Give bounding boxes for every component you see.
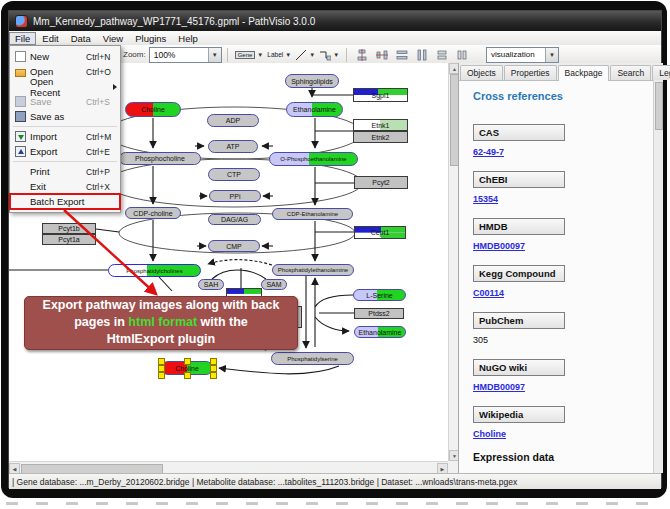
submenu-arrow-icon [113, 84, 117, 90]
xref-link[interactable]: 15354 [473, 194, 654, 204]
file-menu-item-save-as[interactable]: Save as [10, 109, 120, 124]
file-menu-item-batch-export[interactable]: Batch Export [10, 194, 120, 209]
gene-type-dropdown[interactable]: Gene▼ [234, 46, 265, 64]
menu-item-shortcut: Ctrl+X [86, 182, 120, 192]
label-type-dropdown[interactable]: Label▼ [266, 46, 292, 64]
tab-backpage[interactable]: Backpage [558, 65, 610, 81]
node-phosphocholine[interactable]: Phosphocholine [119, 152, 201, 165]
visualization-combo[interactable]: visualization ▼ [486, 47, 559, 63]
node-o-phosphoethanolamine[interactable]: O-Phosphoethanolamine [269, 152, 358, 166]
node-adp[interactable]: ADP [207, 114, 259, 127]
align-center-button[interactable] [353, 46, 371, 64]
menu-edit[interactable]: Edit [36, 32, 64, 45]
selection-handle[interactable] [210, 372, 217, 379]
menu-help[interactable]: Help [172, 32, 204, 45]
xref-link[interactable]: HMDB00097 [473, 241, 654, 251]
chevron-down-icon[interactable]: ▼ [545, 48, 558, 62]
node-ppi[interactable]: PPi [209, 190, 261, 202]
selection-handle[interactable] [184, 358, 191, 365]
align-middle-button[interactable] [373, 46, 391, 64]
node-atp[interactable]: ATP [208, 140, 258, 153]
menu-item-label: Save [30, 96, 86, 107]
node-phosphatidylethanolamine[interactable]: Phosphatidylethanolamine [272, 264, 354, 276]
file-menu-item-open-recent[interactable]: Open Recent [10, 79, 120, 94]
canvas-vertical-scrollbar[interactable]: ▲ ▼ [448, 63, 458, 461]
tab-legend[interactable]: Legend [652, 65, 670, 80]
node-sphingolipids[interactable]: Sphingolipids [285, 74, 339, 88]
app-icon [15, 15, 28, 28]
expression-data-heading: Expression data [473, 451, 654, 463]
menu-item-label: Save as [30, 111, 86, 122]
chevron-down-icon[interactable]: ▼ [208, 48, 221, 62]
canvas-horizontal-scrollbar[interactable]: ◀ ▶ [9, 461, 448, 473]
chevron-down-icon: ▼ [257, 52, 263, 58]
menu-plugins[interactable]: Plugins [129, 32, 172, 45]
distribute-vertical-button[interactable] [413, 46, 431, 64]
align-center-icon [356, 49, 368, 61]
tab-search[interactable]: Search [610, 65, 651, 80]
xref-link[interactable]: HMDB00097 [473, 382, 654, 392]
import-icon [15, 131, 26, 142]
menu-view[interactable]: View [97, 32, 129, 45]
node-cdp-choline[interactable]: CDP-choline [125, 207, 181, 219]
export-icon [15, 146, 26, 157]
backpage-section-pubchem: PubChem305 [473, 310, 654, 345]
tab-objects[interactable]: Objects [460, 65, 503, 80]
backpage-section-kegg-compound: Kegg CompoundC00114 [473, 263, 654, 298]
selection-handle[interactable] [210, 365, 217, 372]
selection-handle[interactable] [158, 372, 165, 379]
node-cmp[interactable]: CMP [208, 240, 260, 252]
node-ethanolamine[interactable]: Ethanolamine [286, 102, 343, 117]
node-phosphatidylcholines[interactable]: Phosphatidylcholines [108, 264, 201, 277]
menu-item-icon-cell [10, 96, 30, 107]
node-ethanolamine-2[interactable]: Ethanolamine [354, 326, 406, 338]
backpage-section-nugo-wiki: NuGO wikiHMDB00097 [473, 357, 654, 392]
xref-link[interactable]: 62-49-7 [473, 147, 654, 157]
selection-handle[interactable] [184, 372, 191, 379]
file-menu-item-new[interactable]: NewCtrl+N [10, 49, 120, 64]
file-menu-item-print[interactable]: PrintCtrl+P [10, 164, 120, 179]
file-menu-item-export[interactable]: ExportCtrl+E [10, 144, 120, 159]
xref-link[interactable]: C00114 [473, 288, 654, 298]
node-ctp[interactable]: CTP [208, 168, 260, 181]
selection-handle[interactable] [158, 365, 165, 372]
tab-properties[interactable]: Properties [504, 65, 557, 80]
node-choline[interactable]: Choline [125, 102, 181, 117]
xref-link[interactable]: Choline [473, 429, 654, 439]
selection-handle[interactable] [158, 358, 165, 365]
stack-vertical-button[interactable] [433, 46, 451, 64]
line-tool-dropdown[interactable]: ▼ [294, 46, 316, 64]
callout-line-1: Export pathway images along with back [25, 297, 297, 314]
menu-item-shortcut: Ctrl+P [86, 167, 120, 177]
node-cdp-ethanolamine[interactable]: CDP-Ethanolamine [272, 208, 353, 220]
menu-item-shortcut: Ctrl+E [86, 147, 120, 157]
node-sah[interactable]: SAH [198, 279, 224, 290]
node-l-serine[interactable]: L-Serine [353, 289, 406, 301]
zoom-combo[interactable]: 100% ▼ [149, 47, 222, 63]
node-etnk2[interactable]: Etnk2 [353, 131, 408, 143]
line-icon [295, 49, 307, 61]
node-ptdss2[interactable]: Ptdss2 [354, 308, 404, 319]
node-dag-ag[interactable]: DAG/AG [208, 214, 261, 225]
new-icon [15, 51, 26, 62]
sidebar-scrollbar[interactable] [653, 80, 663, 473]
node-phosphatidylserine[interactable]: Phosphatidylserine [271, 352, 354, 365]
connector-tool-dropdown[interactable]: ▼ [318, 46, 340, 64]
node-etnk1[interactable]: Etnk1 [353, 119, 408, 131]
menu-data[interactable]: Data [65, 32, 97, 45]
distribute-horizontal-button[interactable] [393, 46, 411, 64]
sidebar-scroll-thumb[interactable] [655, 82, 663, 130]
file-menu-item-import[interactable]: ImportCtrl+M [10, 129, 120, 144]
node-sgpl1[interactable]: Sgpl1 [353, 88, 408, 102]
node-pcyt2[interactable]: Pcyt2 [354, 176, 408, 189]
file-menu-item-exit[interactable]: ExitCtrl+X [10, 179, 120, 194]
backpage-heading: Cross references [473, 90, 654, 102]
node-cept1[interactable]: Cept1 [354, 226, 406, 239]
node-sam[interactable]: SAM [261, 279, 287, 290]
menu-file[interactable]: File [9, 32, 36, 45]
section-header: HMDB [473, 218, 565, 235]
node-pcyt1a[interactable]: Pcyt1a [42, 234, 96, 245]
selection-handle[interactable] [210, 358, 217, 365]
stack-horizontal-button[interactable] [453, 46, 471, 64]
node-pcyt1b[interactable]: Pcyt1b [42, 223, 96, 234]
